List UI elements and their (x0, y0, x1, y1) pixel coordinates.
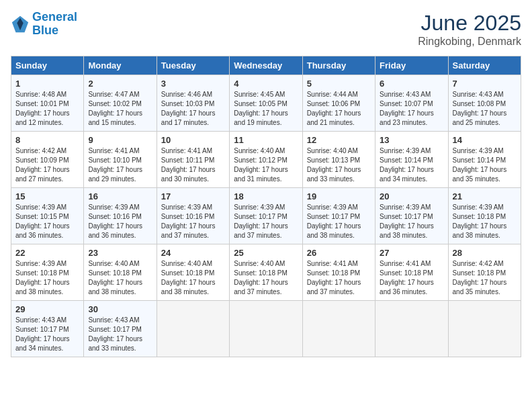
day-info: Sunrise: 4:39 AM Sunset: 10:16 PM Daylig… (161, 203, 225, 240)
day-number: 27 (380, 248, 443, 258)
column-header-thursday: Thursday (302, 56, 375, 75)
day-number: 25 (234, 248, 298, 258)
column-header-monday: Monday (84, 56, 157, 75)
calendar-title: June 2025 (418, 11, 521, 36)
day-info: Sunrise: 4:41 AM Sunset: 10:18 PM Daylig… (380, 259, 443, 297)
day-number: 6 (380, 79, 443, 89)
day-info: Sunrise: 4:48 AM Sunset: 10:01 PM Daylig… (15, 90, 79, 128)
day-info: Sunrise: 4:42 AM Sunset: 10:09 PM Daylig… (15, 146, 79, 184)
day-number: 22 (15, 248, 79, 258)
calendar-cell (157, 301, 229, 357)
day-info: Sunrise: 4:43 AM Sunset: 10:17 PM Daylig… (88, 316, 152, 353)
day-info: Sunrise: 4:40 AM Sunset: 10:12 PM Daylig… (234, 146, 298, 184)
day-number: 18 (234, 191, 298, 201)
calendar-cell: 24Sunrise: 4:40 AM Sunset: 10:18 PM Dayl… (157, 244, 229, 301)
day-info: Sunrise: 4:45 AM Sunset: 10:05 PM Daylig… (234, 90, 298, 128)
calendar-cell: 18Sunrise: 4:39 AM Sunset: 10:17 PM Dayl… (230, 188, 302, 244)
column-header-tuesday: Tuesday (157, 56, 229, 75)
day-number: 4 (234, 79, 298, 89)
calendar-cell (375, 301, 448, 357)
calendar-cell: 25Sunrise: 4:40 AM Sunset: 10:18 PM Dayl… (230, 244, 302, 301)
day-number: 30 (88, 304, 152, 314)
calendar-cell: 10Sunrise: 4:41 AM Sunset: 10:11 PM Dayl… (157, 132, 229, 188)
day-info: Sunrise: 4:41 AM Sunset: 10:11 PM Daylig… (161, 146, 225, 184)
day-info: Sunrise: 4:39 AM Sunset: 10:16 PM Daylig… (88, 203, 152, 240)
calendar-cell (230, 301, 302, 357)
calendar-cell: 29Sunrise: 4:43 AM Sunset: 10:17 PM Dayl… (11, 301, 84, 357)
calendar-cell: 5Sunrise: 4:44 AM Sunset: 10:06 PM Dayli… (302, 75, 375, 132)
day-number: 13 (380, 135, 443, 145)
calendar-cell: 21Sunrise: 4:39 AM Sunset: 10:18 PM Dayl… (448, 188, 521, 244)
day-number: 10 (161, 135, 225, 145)
day-info: Sunrise: 4:39 AM Sunset: 10:18 PM Daylig… (453, 203, 517, 240)
day-number: 24 (161, 248, 225, 258)
calendar-table: SundayMondayTuesdayWednesdayThursdayFrid… (11, 56, 521, 357)
column-header-sunday: Sunday (11, 56, 84, 75)
calendar-cell: 20Sunrise: 4:39 AM Sunset: 10:17 PM Dayl… (375, 188, 448, 244)
day-info: Sunrise: 4:44 AM Sunset: 10:06 PM Daylig… (307, 90, 371, 128)
day-info: Sunrise: 4:39 AM Sunset: 10:15 PM Daylig… (15, 203, 79, 240)
calendar-subtitle: Ringkobing, Denmark (418, 36, 521, 48)
day-number: 17 (161, 191, 225, 201)
week-row-5: 29Sunrise: 4:43 AM Sunset: 10:17 PM Dayl… (11, 301, 521, 357)
calendar-cell: 7Sunrise: 4:43 AM Sunset: 10:08 PM Dayli… (448, 75, 521, 132)
calendar-cell: 27Sunrise: 4:41 AM Sunset: 10:18 PM Dayl… (375, 244, 448, 301)
logo-icon (11, 15, 30, 34)
day-info: Sunrise: 4:39 AM Sunset: 10:14 PM Daylig… (453, 146, 517, 184)
day-info: Sunrise: 4:41 AM Sunset: 10:18 PM Daylig… (307, 259, 371, 297)
day-info: Sunrise: 4:39 AM Sunset: 10:18 PM Daylig… (15, 259, 79, 297)
day-number: 19 (307, 191, 371, 201)
calendar-cell: 1Sunrise: 4:48 AM Sunset: 10:01 PM Dayli… (11, 75, 84, 132)
calendar-cell: 28Sunrise: 4:42 AM Sunset: 10:18 PM Dayl… (448, 244, 521, 301)
calendar-cell (448, 301, 521, 357)
calendar-cell: 23Sunrise: 4:40 AM Sunset: 10:18 PM Dayl… (84, 244, 157, 301)
day-number: 8 (15, 135, 79, 145)
day-info: Sunrise: 4:39 AM Sunset: 10:17 PM Daylig… (234, 203, 298, 240)
day-info: Sunrise: 4:39 AM Sunset: 10:14 PM Daylig… (380, 146, 443, 184)
week-row-1: 1Sunrise: 4:48 AM Sunset: 10:01 PM Dayli… (11, 75, 521, 132)
calendar-header: SundayMondayTuesdayWednesdayThursdayFrid… (11, 56, 521, 75)
day-number: 9 (88, 135, 152, 145)
day-number: 12 (307, 135, 371, 145)
day-info: Sunrise: 4:43 AM Sunset: 10:07 PM Daylig… (380, 90, 443, 128)
day-number: 26 (307, 248, 371, 258)
calendar-cell: 26Sunrise: 4:41 AM Sunset: 10:18 PM Dayl… (302, 244, 375, 301)
day-info: Sunrise: 4:39 AM Sunset: 10:17 PM Daylig… (307, 203, 371, 240)
column-header-saturday: Saturday (448, 56, 521, 75)
calendar-cell: 19Sunrise: 4:39 AM Sunset: 10:17 PM Dayl… (302, 188, 375, 244)
calendar-cell: 9Sunrise: 4:41 AM Sunset: 10:10 PM Dayli… (84, 132, 157, 188)
column-header-friday: Friday (375, 56, 448, 75)
day-number: 16 (88, 191, 152, 201)
day-info: Sunrise: 4:39 AM Sunset: 10:17 PM Daylig… (380, 203, 443, 240)
day-info: Sunrise: 4:40 AM Sunset: 10:18 PM Daylig… (234, 259, 298, 297)
page-header: General Blue June 2025 Ringkobing, Denma… (11, 11, 521, 48)
day-number: 21 (453, 191, 517, 201)
week-row-2: 8Sunrise: 4:42 AM Sunset: 10:09 PM Dayli… (11, 132, 521, 188)
calendar-cell: 17Sunrise: 4:39 AM Sunset: 10:16 PM Dayl… (157, 188, 229, 244)
calendar-cell: 13Sunrise: 4:39 AM Sunset: 10:14 PM Dayl… (375, 132, 448, 188)
week-row-4: 22Sunrise: 4:39 AM Sunset: 10:18 PM Dayl… (11, 244, 521, 301)
day-number: 1 (15, 79, 79, 89)
day-number: 20 (380, 191, 443, 201)
calendar-cell: 12Sunrise: 4:40 AM Sunset: 10:13 PM Dayl… (302, 132, 375, 188)
column-header-wednesday: Wednesday (230, 56, 302, 75)
calendar-cell: 6Sunrise: 4:43 AM Sunset: 10:07 PM Dayli… (375, 75, 448, 132)
day-number: 15 (15, 191, 79, 201)
calendar-cell: 11Sunrise: 4:40 AM Sunset: 10:12 PM Dayl… (230, 132, 302, 188)
calendar-cell: 8Sunrise: 4:42 AM Sunset: 10:09 PM Dayli… (11, 132, 84, 188)
calendar-cell: 2Sunrise: 4:47 AM Sunset: 10:02 PM Dayli… (84, 75, 157, 132)
day-info: Sunrise: 4:40 AM Sunset: 10:13 PM Daylig… (307, 146, 371, 184)
day-info: Sunrise: 4:41 AM Sunset: 10:10 PM Daylig… (88, 146, 152, 184)
day-number: 29 (15, 304, 79, 314)
logo-text-line1: General (32, 11, 77, 24)
day-info: Sunrise: 4:43 AM Sunset: 10:08 PM Daylig… (453, 90, 517, 128)
day-number: 14 (453, 135, 517, 145)
calendar-cell: 3Sunrise: 4:46 AM Sunset: 10:03 PM Dayli… (157, 75, 229, 132)
day-info: Sunrise: 4:46 AM Sunset: 10:03 PM Daylig… (161, 90, 225, 128)
week-row-3: 15Sunrise: 4:39 AM Sunset: 10:15 PM Dayl… (11, 188, 521, 244)
calendar-cell: 14Sunrise: 4:39 AM Sunset: 10:14 PM Dayl… (448, 132, 521, 188)
day-info: Sunrise: 4:40 AM Sunset: 10:18 PM Daylig… (161, 259, 225, 297)
calendar-cell: 15Sunrise: 4:39 AM Sunset: 10:15 PM Dayl… (11, 188, 84, 244)
day-number: 2 (88, 79, 152, 89)
day-number: 5 (307, 79, 371, 89)
